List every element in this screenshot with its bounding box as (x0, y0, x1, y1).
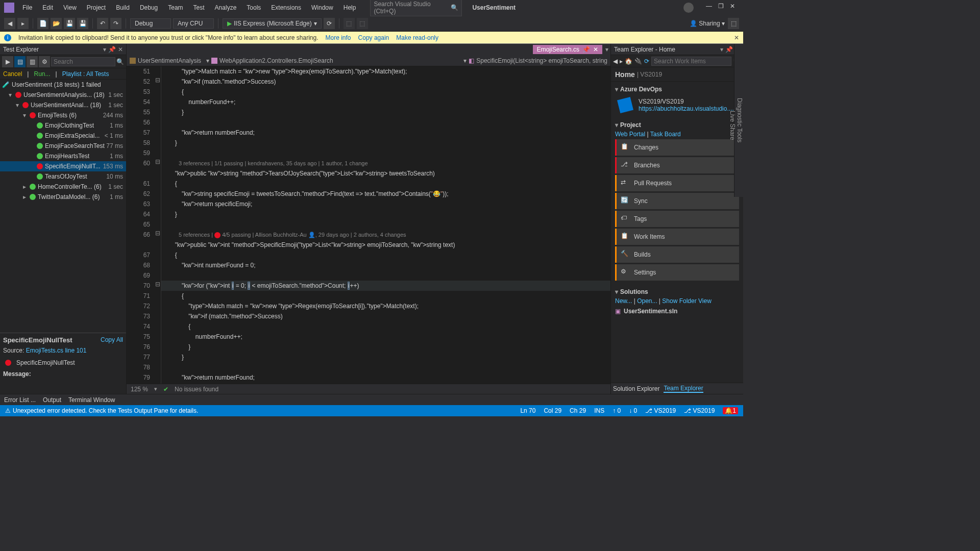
group-by-button[interactable]: ▤ (14, 56, 26, 67)
tab-overflow-button[interactable]: ▾ (605, 46, 608, 53)
panel-pin-button[interactable]: 📌 (108, 46, 116, 53)
maximize-button[interactable]: ❐ (718, 3, 724, 13)
breadcrumb[interactable]: UserSentimentAnalysis ▾ WebApplication2.… (127, 55, 610, 66)
source-link[interactable]: EmojiTests.cs line 101 (26, 347, 87, 354)
nav-back-button[interactable]: ◀ (613, 58, 618, 65)
run-all-button[interactable]: ▶ (2, 56, 13, 67)
test-node[interactable]: ▾UserSentimentAnal... (18)1 sec (0, 100, 126, 110)
menu-project[interactable]: Project (83, 2, 110, 13)
web-portal-link[interactable]: Web Portal (615, 131, 645, 138)
project-item-pull-requests[interactable]: ⇄Pull Requests (615, 175, 739, 191)
configuration-combo[interactable]: Debug (130, 18, 171, 29)
test-node[interactable]: EmojiExtraSpecial...< 1 ms (0, 131, 126, 141)
menu-team[interactable]: Team (164, 2, 187, 13)
line-indicator[interactable]: Ln 70 (520, 407, 535, 414)
show-folder-view-link[interactable]: Show Folder View (662, 297, 712, 305)
browser-refresh-button[interactable]: ⟳ (324, 18, 335, 29)
menu-test[interactable]: Test (189, 2, 209, 13)
nav-fwd-button[interactable]: ▸ (620, 58, 623, 65)
right-tool-rail[interactable]: Diagnostic Tools Live Share (734, 44, 743, 197)
menu-tools[interactable]: Tools (242, 2, 265, 13)
refresh-button[interactable]: ⟳ (644, 58, 649, 65)
panel-dropdown-button[interactable]: ▾ (720, 46, 723, 53)
tab-close-icon[interactable]: ✕ (593, 46, 598, 53)
cancel-button[interactable]: Cancel (3, 70, 22, 78)
test-node[interactable]: SpecificEmojiNullT...153 ms (0, 161, 126, 171)
redo-button[interactable]: ↷ (110, 18, 121, 29)
nav-fwd-button[interactable]: ▸ (17, 18, 29, 29)
project-item-work-items[interactable]: 📋Work Items (615, 229, 739, 245)
view-button[interactable]: ▥ (27, 56, 38, 67)
project-item-builds[interactable]: 🔨Builds (615, 246, 739, 263)
new-solution-link[interactable]: New... (615, 297, 632, 305)
menu-analyze[interactable]: Analyze (211, 2, 241, 13)
char-indicator[interactable]: Ch 29 (570, 407, 586, 414)
save-all-button[interactable]: 💾 (77, 18, 88, 29)
test-node[interactable]: ▾UserSentimentAnalysis... (18)1 sec (0, 90, 126, 100)
user-avatar[interactable] (683, 3, 694, 13)
project-item-sync[interactable]: 🔄Sync (615, 193, 739, 209)
minimize-button[interactable]: ― (706, 3, 712, 13)
branch-indicator[interactable]: ⎇ VS2019 (684, 407, 715, 414)
step-button[interactable]: ⬚ (344, 18, 355, 29)
tab-solution-explorer[interactable]: Solution Explorer (613, 385, 659, 392)
col-indicator[interactable]: Col 29 (544, 407, 561, 414)
status-error-text[interactable]: Unexpected error detected. Check the Tes… (13, 407, 198, 414)
test-search-input[interactable] (51, 57, 115, 66)
document-tab[interactable]: EmojiSearch.cs 📌 ✕ (533, 45, 602, 54)
rail-diagnostics[interactable]: Diagnostic Tools (736, 47, 743, 194)
save-button[interactable]: 💾 (64, 18, 75, 29)
task-board-link[interactable]: Task Board (650, 131, 681, 138)
live-share-button[interactable]: 👤 Sharing ▾ (690, 20, 725, 27)
platform-combo[interactable]: Any CPU (173, 18, 214, 29)
tab-error-list[interactable]: Error List ... (4, 396, 36, 404)
insert-mode[interactable]: INS (594, 407, 604, 414)
test-node[interactable]: EmojiFaceSearchTest77 ms (0, 141, 126, 151)
menu-window[interactable]: Window (307, 2, 337, 13)
zoom-level[interactable]: 125 % (131, 386, 148, 393)
filter-button[interactable]: ⚙ (39, 56, 50, 67)
menu-extensions[interactable]: Extensions (267, 2, 305, 13)
tab-terminal[interactable]: Terminal Window (68, 396, 115, 404)
start-debug-button[interactable]: ▶ IIS Express (Microsoft Edge) ▾ (223, 18, 322, 29)
tab-output[interactable]: Output (43, 396, 61, 404)
rail-live-share[interactable]: Live Share (729, 57, 736, 194)
tab-team-explorer[interactable]: Team Explorer (664, 385, 703, 393)
playlist-dropdown[interactable]: Playlist : All Tests (62, 70, 109, 78)
new-item-button[interactable]: 📄 (37, 18, 48, 29)
test-node[interactable]: ▸HomeControllerTe... (6)1 sec (0, 182, 126, 192)
solution-file[interactable]: UserSentiment.sln (624, 308, 677, 315)
menu-file[interactable]: File (18, 2, 36, 13)
menu-build[interactable]: Build (112, 2, 134, 13)
step-button[interactable]: ⬚ (357, 18, 368, 29)
home-button[interactable]: 🏠 (625, 58, 632, 65)
project-item-changes[interactable]: 📋Changes (615, 139, 739, 156)
menu-help[interactable]: Help (339, 2, 360, 13)
panel-dropdown-button[interactable]: ▾ (103, 46, 106, 53)
copy-all-link[interactable]: Copy All (101, 336, 123, 343)
test-node[interactable]: TearsOfJoyTest10 ms (0, 171, 126, 182)
panel-pin-button[interactable]: 📌 (725, 46, 733, 53)
search-work-items-input[interactable] (651, 57, 731, 66)
notifications-button[interactable]: 🔔1 (723, 407, 738, 414)
test-node[interactable]: ▸TwitterDataModel... (6)1 ms (0, 192, 126, 202)
more-info-link[interactable]: More info (326, 34, 351, 41)
infobar-close-button[interactable]: ✕ (734, 34, 739, 41)
pending-up[interactable]: ↑ 0 (612, 407, 621, 414)
feedback-button[interactable]: ⬚ (728, 18, 739, 29)
close-button[interactable]: ✕ (730, 3, 735, 13)
project-item-branches[interactable]: ⎇Branches (615, 157, 739, 173)
undo-button[interactable]: ↶ (97, 18, 108, 29)
org-url-link[interactable]: https://abuchholtzau.visualstudio.... (639, 105, 734, 112)
test-node[interactable]: ▾EmojiTests (6)244 ms (0, 110, 126, 120)
repo-indicator[interactable]: ⎇ VS2019 (645, 407, 676, 414)
code-content[interactable]: 5152535455565758596061626364656667686970… (127, 66, 610, 384)
pending-down[interactable]: ↓ 0 (629, 407, 637, 414)
open-button[interactable]: 📂 (51, 18, 62, 29)
test-node[interactable]: EmojiClothingTest1 ms (0, 120, 126, 131)
project-item-settings[interactable]: ⚙Settings (615, 264, 739, 281)
copy-again-link[interactable]: Copy again (358, 34, 389, 41)
project-item-tags[interactable]: 🏷Tags (615, 211, 739, 227)
panel-close-button[interactable]: ✕ (118, 46, 123, 53)
menu-debug[interactable]: Debug (136, 2, 162, 13)
